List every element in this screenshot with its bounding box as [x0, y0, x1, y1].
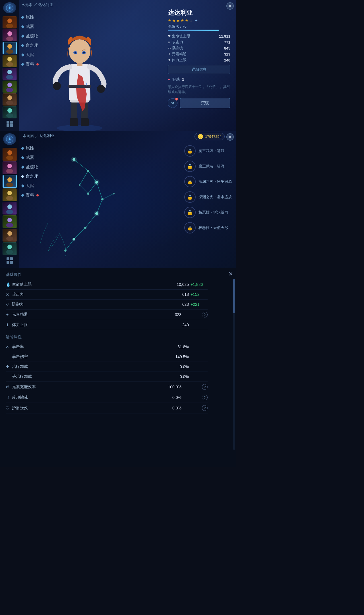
sidebar-avatar-7[interactable]	[3, 93, 17, 106]
atk-detail-base: 618	[182, 292, 189, 297]
sidebar-avatar-5[interactable]	[3, 68, 17, 80]
sidebar-mid-avatar-2[interactable]	[3, 161, 17, 174]
svg-point-17	[6, 113, 13, 118]
close-button-bottom[interactable]: ✕	[228, 270, 233, 277]
svg-line-59	[80, 171, 88, 185]
svg-line-57	[65, 239, 74, 251]
svg-point-73	[71, 157, 77, 162]
svg-point-14	[7, 95, 12, 100]
stats-scroll: 基础属性 💧 生命值上限 10,025 +1,886 ⚔ 攻击力 618 +15…	[6, 272, 210, 413]
menu-diamond	[21, 25, 24, 28]
sidebar-avatar-2[interactable]	[3, 29, 17, 41]
stat-def: 🛡 防御力 845	[168, 46, 230, 51]
svg-point-63	[87, 170, 89, 172]
stamina-detail-base: 240	[182, 323, 189, 327]
stamina-detail-icon: ⬆	[6, 323, 12, 327]
stat-detail-heal: ✚ 治疗加成 0.0%	[6, 362, 208, 372]
star-2: ★	[172, 18, 176, 23]
def-value: 845	[224, 46, 230, 50]
svg-point-35	[7, 150, 12, 155]
hp-detail-name: 生命值上限	[12, 282, 177, 287]
const-label-2: 深渊之灾・纷争涡源	[198, 179, 232, 184]
sidebar-mid-avatar-3-active[interactable]	[3, 175, 17, 188]
const-label-3: 深渊之灾・凝水盛放	[198, 194, 232, 200]
const-item-1[interactable]: 🔒 魔王武装・暗流	[184, 161, 232, 172]
svg-point-39	[7, 177, 12, 182]
breakthrough-button[interactable]: 突破	[180, 98, 230, 108]
stamina-detail-name: 体力上限	[12, 322, 182, 327]
svg-line-61	[102, 194, 114, 199]
scrollbar-thumb[interactable]	[233, 279, 235, 313]
shield-help-button[interactable]: ?	[202, 405, 208, 411]
grid-view-icon[interactable]	[5, 119, 15, 129]
menu-diamond	[21, 34, 24, 38]
stat-atk: ⚔ 攻击力 771	[168, 40, 230, 45]
def-detail-bonus: +221	[191, 302, 208, 307]
sidebar-mid-avatar-5[interactable]	[3, 202, 17, 215]
star-5: ★	[185, 18, 189, 23]
er-name: 元素充能效率	[12, 384, 168, 390]
const-label-5: 极恶技・天使灭尽	[198, 225, 228, 230]
sidebar-avatar-6[interactable]	[3, 81, 17, 93]
affection-value: 3	[182, 77, 184, 82]
svg-point-41	[7, 191, 12, 195]
er-help-button[interactable]: ?	[202, 384, 208, 390]
hp-detail-icon: 💧	[6, 282, 12, 287]
level-fill	[168, 30, 219, 31]
svg-point-5	[6, 36, 13, 41]
const-item-0[interactable]: 🔒 魔王武装・遒浪	[184, 145, 232, 157]
stat-detail-shield: 🛡 护盾强效 0.0% ?	[6, 403, 208, 413]
em-help-button[interactable]: ?	[202, 312, 208, 317]
lock-icon-4: 🔒	[184, 207, 196, 218]
def-icon: 🛡	[168, 46, 171, 50]
svg-point-28	[69, 39, 90, 63]
sidebar-avatar-3-active[interactable]	[3, 42, 17, 54]
svg-point-71	[113, 193, 115, 194]
const-item-3[interactable]: 🔒 深渊之灾・凝水盛放	[184, 191, 232, 203]
svg-point-67	[87, 192, 89, 195]
sidebar-mid-avatar-1[interactable]	[3, 148, 17, 161]
sidebar-mid-avatar-8[interactable]	[3, 242, 17, 255]
grid-view-icon-mid[interactable]	[5, 256, 15, 265]
menu-diamond	[21, 16, 24, 19]
hp-detail-bonus: +1,886	[191, 282, 208, 287]
detail-button[interactable]: 详细信息	[168, 65, 230, 74]
stat-hp: ❤ 生命值上限 11,911	[168, 34, 230, 39]
const-label-1: 魔王武装・暗流	[198, 164, 224, 169]
svg-point-9	[6, 62, 13, 67]
atk-icon: ⚔	[168, 40, 171, 44]
svg-point-65	[101, 198, 104, 200]
crit-dmg-name: 暴击伤害	[12, 354, 175, 359]
scrollbar-track[interactable]	[233, 279, 235, 450]
sidebar-mid-avatar-4[interactable]	[3, 188, 17, 201]
const-item-4[interactable]: 🔒 极恶技・斩水斩雨	[184, 207, 232, 218]
character-display	[34, 6, 125, 131]
heal-base: 0.0%	[180, 364, 189, 369]
em-detail-base: 323	[175, 312, 181, 317]
lock-icon-5: 🔒	[184, 222, 196, 233]
sidebar-avatar-8[interactable]	[3, 106, 17, 118]
stat-stamina: ⬆ 体力上限 240	[168, 58, 230, 63]
breakthrough-notif: 1	[175, 98, 178, 101]
shield-icon: 🛡	[6, 406, 12, 410]
svg-point-48	[6, 236, 13, 241]
coin-display: 🪙 17947254	[195, 133, 225, 140]
affection-label: 好感	[172, 77, 180, 82]
svg-point-11	[6, 75, 13, 79]
sidebar-avatar-4[interactable]	[3, 55, 17, 67]
const-item-5[interactable]: 🔒 极恶技・天使灭尽	[184, 222, 232, 233]
sidebar-mid-avatar-7[interactable]	[3, 229, 17, 241]
sidebar-mid-avatar-6[interactable]	[3, 215, 17, 228]
close-button-mid[interactable]: ✕	[226, 133, 234, 141]
healed-base: 0.0%	[180, 374, 189, 379]
breakthrough-row: ⚗ 1 突破	[168, 98, 230, 108]
svg-point-26	[97, 85, 105, 93]
cd-help-button[interactable]: ?	[202, 395, 208, 400]
sidebar-avatar-1[interactable]	[3, 16, 17, 28]
svg-point-43	[7, 204, 12, 209]
stat-detail-em: ✦ 元素精通 323 ?	[6, 309, 208, 320]
const-item-2[interactable]: 🔒 深渊之灾・纷争涡源	[184, 176, 232, 187]
level-bar-wrap: 等级70 / 70	[168, 24, 230, 31]
stamina-label: 体力上限	[172, 58, 224, 63]
heal-name: 治疗加成	[12, 364, 180, 369]
